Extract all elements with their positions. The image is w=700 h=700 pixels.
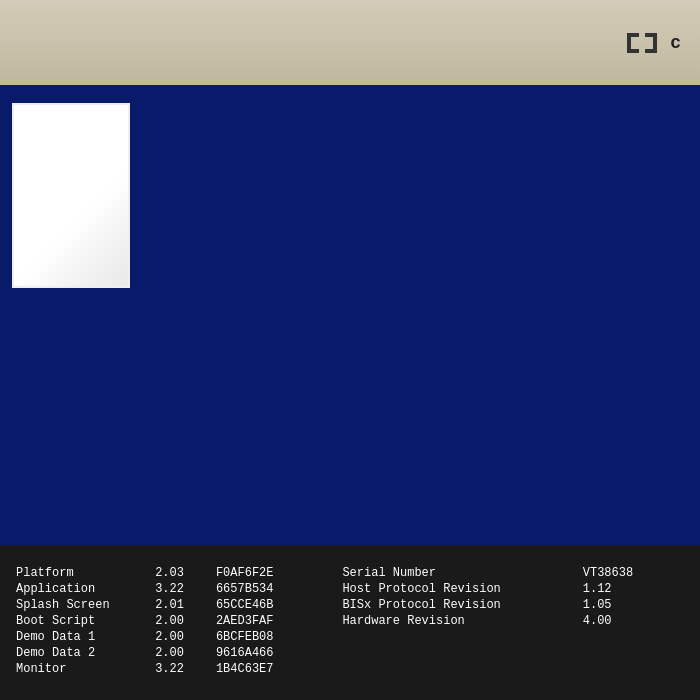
row-label: Splash Screen: [16, 597, 155, 613]
table-row: Boot Script 2.00 2AED3FAFHardware Revisi…: [16, 613, 684, 629]
row-version: 2.03: [155, 565, 216, 581]
right-label: Serial Number: [342, 565, 582, 581]
table-row: Splash Screen 2.01 65CCE46BBISx Protocol…: [16, 597, 684, 613]
row-version: 2.00: [155, 645, 216, 661]
logo-area: c: [626, 29, 682, 57]
right-label: Host Protocol Revision: [342, 581, 582, 597]
svg-rect-1: [627, 33, 639, 37]
row-hash: 6657B534: [216, 581, 343, 597]
svg-rect-4: [645, 33, 657, 37]
logo-text: c: [670, 33, 682, 53]
row-version: 3.22: [155, 661, 216, 677]
row-label: Demo Data 2: [16, 645, 155, 661]
svg-rect-5: [645, 49, 657, 53]
row-hash: 9616A466: [216, 645, 343, 661]
row-label: Platform: [16, 565, 155, 581]
splash-image-box: [12, 103, 130, 288]
table-row: Platform 2.03 F0AF6F2ESerial Number VT38…: [16, 565, 684, 581]
table-row: Demo Data 1 2.00 6BCFEB08: [16, 629, 684, 645]
row-label: Demo Data 1: [16, 629, 155, 645]
row-label: Application: [16, 581, 155, 597]
right-value: 1.05: [583, 597, 684, 613]
row-version: 3.22: [155, 581, 216, 597]
row-version: 2.00: [155, 629, 216, 645]
table-row: Demo Data 2 2.00 9616A466: [16, 645, 684, 661]
version-table: Platform 2.03 F0AF6F2ESerial Number VT38…: [16, 565, 684, 677]
row-label: Monitor: [16, 661, 155, 677]
row-hash: F0AF6F2E: [216, 565, 343, 581]
row-hash: 2AED3FAF: [216, 613, 343, 629]
top-bezel: c: [0, 0, 700, 85]
right-value: VT38638: [583, 565, 684, 581]
row-label: Boot Script: [16, 613, 155, 629]
info-section: Platform 2.03 F0AF6F2ESerial Number VT38…: [0, 545, 700, 700]
row-hash: 1B4C63E7: [216, 661, 343, 677]
right-value: 1.12: [583, 581, 684, 597]
row-hash: 6BCFEB08: [216, 629, 343, 645]
row-version: 2.00: [155, 613, 216, 629]
right-label: BISx Protocol Revision: [342, 597, 582, 613]
row-version: 2.01: [155, 597, 216, 613]
table-row: Application 3.22 6657B534Host Protocol R…: [16, 581, 684, 597]
table-row: Monitor 3.22 1B4C63E7: [16, 661, 684, 677]
screen-area: [0, 85, 700, 545]
row-hash: 65CCE46B: [216, 597, 343, 613]
svg-rect-2: [627, 49, 639, 53]
logo-icon: [626, 29, 666, 57]
splash-image: [14, 105, 128, 286]
right-label: Hardware Revision: [342, 613, 582, 629]
right-value: 4.00: [583, 613, 684, 629]
